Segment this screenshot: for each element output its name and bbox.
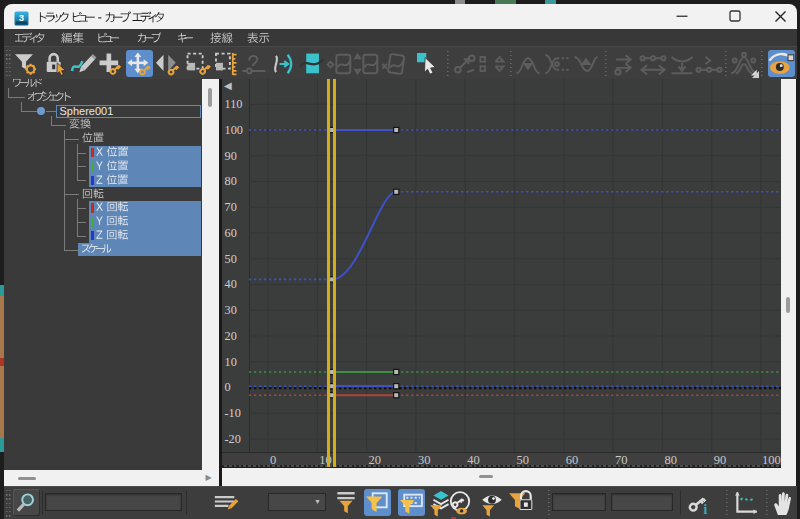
desktop-fragment [495, 0, 516, 4]
toolbar-button-move-keys[interactable] [126, 50, 153, 77]
chevron-down-icon: ▼ [314, 498, 321, 505]
menu-item-editor[interactable]: エディタ [15, 30, 45, 45]
toolbar-button-draw-curves[interactable] [70, 50, 97, 77]
menu-item-tangents[interactable]: 接線 [210, 30, 233, 45]
track-selection-input[interactable] [45, 493, 182, 511]
toolbar-separator [447, 51, 450, 76]
bottom-button-filter-selected-tracks[interactable] [364, 489, 391, 516]
track-color-tick [91, 217, 94, 227]
close-button[interactable] [759, 4, 800, 29]
value-axis-label: -10 [225, 407, 251, 419]
toolbar-button-isolate-curve-a[interactable] [328, 50, 355, 77]
filter-preset-combo[interactable]: ▼ [268, 493, 326, 511]
bottom-button-zoom-region[interactable] [13, 489, 40, 516]
toolbar-button-parameter-curve-out-of-range[interactable] [270, 50, 297, 77]
graph-vscrollbar-thumb[interactable] [786, 297, 790, 313]
region-keys-icon [298, 50, 326, 78]
bottom-grip-handle[interactable] [5, 490, 12, 517]
menu-item-edit[interactable]: 編集 [61, 30, 84, 45]
toolbar-button-blend-keys[interactable] [696, 50, 723, 77]
key-value-input[interactable] [611, 493, 673, 511]
time-axis-label: 50 [517, 454, 530, 467]
time-ruler[interactable]: 0102030405060708090100 [222, 452, 781, 467]
bottom-button-interactive-update[interactable] [733, 489, 760, 516]
maximize-button[interactable] [713, 4, 757, 29]
toolbar-button-retime-tool[interactable] [242, 50, 269, 77]
function-curves-plot[interactable] [249, 79, 781, 452]
toolbar-button-randomize-keys[interactable] [479, 50, 506, 77]
minimize-button[interactable] [660, 4, 704, 29]
curve-graph-panel[interactable]: ◀ 1101009080706050403020100-10-20 [222, 79, 781, 452]
bottom-button-lock-filters[interactable] [508, 489, 535, 516]
menubar: エディタ編集ビューカーブキー接線表示 [4, 29, 797, 47]
menu-item-keys[interactable]: キー [178, 30, 193, 45]
maximize-icon [729, 10, 741, 22]
toolbar-separator [725, 51, 728, 76]
bottom-button-filter-animated-tracks[interactable] [398, 489, 425, 516]
bottom-button-filter-show-all[interactable] [333, 489, 360, 516]
collapse-tree-arrow-icon[interactable]: ◀ [224, 81, 237, 91]
scroll-right-arrow-icon[interactable]: ▶ [206, 474, 214, 482]
graph-horizontal-scrollbar[interactable] [222, 468, 796, 486]
toolbar-button-region-keys-tool[interactable] [299, 50, 326, 77]
tree-vertical-scrollbar[interactable] [202, 79, 219, 470]
bottom-button-edit-track-set[interactable] [213, 489, 240, 516]
toolbar-button-soft-selection[interactable] [731, 50, 758, 77]
bottom-button-show-hidden-tracks[interactable] [479, 489, 506, 516]
scale-keys-icon [184, 50, 212, 78]
svg-text:3: 3 [18, 12, 23, 23]
toolbar-button-ease-curve-a[interactable] [515, 50, 542, 77]
menu-item-display[interactable]: 表示 [247, 30, 270, 45]
menu-item-view[interactable]: ビュー [98, 30, 119, 45]
toolbar-button-lock-selection[interactable] [43, 50, 70, 77]
toolbar-button-simplify-curve[interactable] [453, 50, 480, 77]
toolbar-button-ease-curve-b[interactable] [544, 50, 571, 77]
bottom-button-pan-tool[interactable] [769, 489, 796, 516]
menu-item-curves[interactable]: カーブ [138, 30, 161, 45]
toolbar-button-select-keys[interactable] [415, 50, 442, 77]
titlebar[interactable]: 3 トラック ビュー - カーブ エディタ [4, 4, 797, 29]
toolbar-button-add-keys[interactable] [97, 50, 124, 77]
value-axis-label: 80 [225, 175, 251, 187]
close-icon [774, 10, 787, 23]
track-color-tick [91, 231, 94, 241]
key-info-icon: i [685, 488, 714, 516]
main-toolbar [4, 46, 797, 79]
toolbar-button-isolate-curve-c[interactable] [382, 50, 409, 77]
time-axis-label: 70 [615, 454, 628, 467]
graph-hscrollbar-thumb[interactable] [479, 475, 493, 478]
filter-gear-icon [12, 50, 40, 78]
text-glyphs [38, 9, 164, 27]
key-circle-eye-icon [446, 488, 474, 516]
tree-item-scale[interactable]: スケール [4, 243, 203, 257]
toolbar-button-offset-keys[interactable] [613, 50, 640, 77]
toolbar-button-ease-curve-c[interactable] [573, 50, 600, 77]
toolbar-button-stretch-keys[interactable] [640, 50, 667, 77]
tree-scrollbar-thumb[interactable] [208, 88, 212, 107]
value-axis-label: 60 [225, 227, 251, 239]
bottom-button-show-keyable-icons[interactable] [447, 489, 474, 516]
toolbar-button-filter-curves[interactable] [13, 50, 40, 77]
bottom-toolbar: ▼ i [4, 486, 797, 519]
toolbar-button-scale-keys[interactable] [185, 50, 212, 77]
toolbar-button-flatten-keys[interactable] [669, 50, 696, 77]
time-axis-label: 80 [664, 454, 677, 467]
funnel-lines-icon [332, 488, 360, 516]
value-axis-label: 0 [225, 381, 251, 393]
separator [726, 490, 729, 517]
tree-item-objects[interactable]: オブジェクト [4, 90, 203, 104]
toolbar-button-scale-values[interactable] [214, 50, 241, 77]
tree-hscrollbar-thumb[interactable] [18, 477, 36, 480]
tree-horizontal-scrollbar[interactable]: ▶ [4, 470, 220, 486]
toolbar-separator [605, 51, 608, 76]
tree-item-label: スケール [82, 243, 111, 257]
toolbar-button-isolate-curve[interactable] [768, 50, 795, 77]
track-color-tick [91, 148, 94, 158]
separator [186, 491, 187, 515]
bottom-button-key-info[interactable]: i [687, 489, 714, 516]
toolbar-button-slide-keys[interactable] [154, 50, 181, 77]
toolbar-button-isolate-curve-b[interactable] [355, 50, 382, 77]
graph-vertical-scrollbar[interactable] [781, 79, 796, 468]
key-time-input[interactable] [552, 493, 606, 511]
toolbar-grip-handle[interactable] [5, 50, 12, 76]
